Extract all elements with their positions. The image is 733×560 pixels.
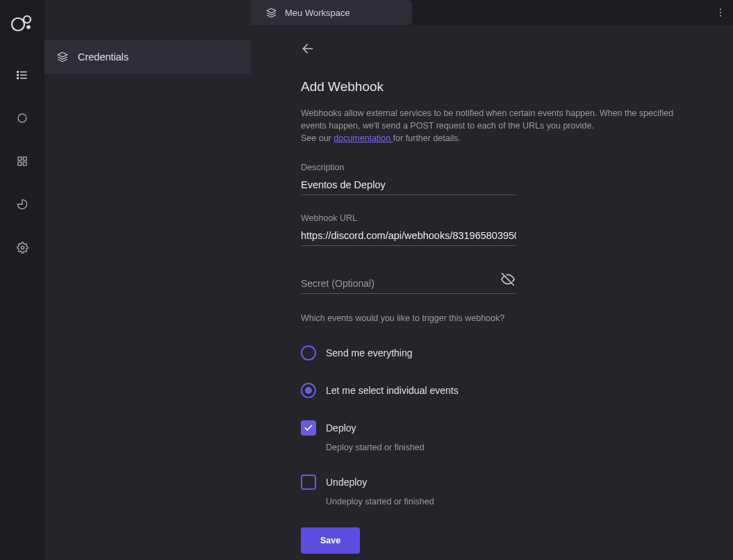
nav-chart[interactable] (8, 190, 36, 218)
svg-point-9 (18, 114, 26, 122)
svg-point-17 (720, 8, 721, 10)
page-description-suffix: for further details. (393, 133, 461, 143)
radio-send-everything[interactable]: Send me everything (301, 345, 712, 361)
checkbox-icon (301, 420, 316, 436)
svg-point-18 (720, 12, 721, 13)
documentation-link[interactable]: documentation (333, 133, 393, 143)
check-icon (304, 423, 313, 433)
description-field: Description (301, 163, 516, 195)
app-logo (10, 13, 34, 33)
svg-rect-10 (18, 157, 22, 160)
event-undeploy: Undeploy Undeploy started or finished (301, 475, 712, 507)
secret-input[interactable] (301, 275, 516, 294)
page-description-prefix: See our (301, 133, 333, 143)
radio-select-individual[interactable]: Let me select individual events (301, 383, 712, 398)
tab-bar: Meu Workspace (251, 0, 733, 25)
svg-point-2 (26, 25, 31, 29)
svg-rect-12 (18, 162, 22, 165)
checkbox-deploy[interactable]: Deploy (301, 420, 712, 436)
content-pane: Add Webhook Webhooks allow external serv… (251, 25, 733, 560)
page-title: Add Webhook (301, 79, 712, 94)
radio-icon (301, 345, 316, 361)
description-input[interactable] (301, 176, 516, 195)
checkbox-undeploy-label: Undeploy (326, 477, 367, 488)
radio-select-individual-label: Let me select individual events (326, 385, 459, 396)
checkbox-deploy-label: Deploy (326, 422, 356, 434)
svg-rect-11 (23, 157, 26, 160)
svg-point-14 (21, 246, 24, 249)
toggle-secret-visibility-button[interactable] (501, 272, 515, 286)
svg-point-19 (720, 15, 721, 17)
arrow-left-icon (301, 42, 315, 56)
nav-circle[interactable] (8, 104, 36, 132)
sidepanel-item-credentials[interactable]: Credentials (44, 40, 251, 74)
stack-icon (266, 8, 277, 18)
event-deploy: Deploy Deploy started or finished (301, 420, 712, 452)
back-button[interactable] (301, 42, 712, 56)
webhook-url-label: Webhook URL (301, 213, 516, 223)
page-description-line1: Webhooks allow external services to be n… (301, 108, 673, 131)
description-label: Description (301, 163, 516, 172)
svg-point-8 (17, 78, 19, 79)
side-panel: Credentials (44, 0, 251, 560)
more-menu-button[interactable] (708, 0, 733, 25)
sidepanel-item-label: Credentials (78, 51, 129, 63)
svg-point-1 (24, 16, 31, 23)
checkbox-deploy-sub: Deploy started or finished (326, 443, 712, 452)
nav-settings[interactable] (8, 233, 36, 261)
eye-off-icon (501, 272, 515, 286)
nav-list[interactable] (8, 61, 36, 89)
checkbox-undeploy[interactable]: Undeploy (301, 475, 712, 490)
save-button[interactable]: Save (301, 527, 360, 554)
svg-point-7 (17, 74, 19, 76)
webhook-url-field: Webhook URL (301, 213, 516, 246)
checkbox-undeploy-sub: Undeploy started or finished (326, 497, 712, 507)
checkbox-icon (301, 475, 316, 490)
radio-send-everything-label: Send me everything (326, 347, 413, 359)
svg-point-0 (12, 18, 24, 31)
svg-marker-16 (267, 8, 276, 13)
icon-rail (0, 0, 44, 560)
events-question: Which events would you like to trigger t… (301, 313, 712, 323)
secret-field (301, 275, 516, 294)
workspace-tab-label: Meu Workspace (285, 8, 350, 18)
workspace-tab[interactable]: Meu Workspace (251, 0, 412, 25)
radio-icon (301, 383, 316, 398)
svg-point-6 (17, 72, 19, 73)
svg-rect-13 (23, 162, 26, 165)
stack-icon (57, 51, 68, 63)
page-description: Webhooks allow external services to be n… (301, 107, 690, 145)
main-area: Meu Workspace Add Webhook Webhooks allow… (251, 0, 733, 560)
svg-marker-15 (58, 52, 67, 57)
webhook-url-input[interactable] (301, 227, 516, 246)
nav-grid[interactable] (8, 147, 36, 175)
